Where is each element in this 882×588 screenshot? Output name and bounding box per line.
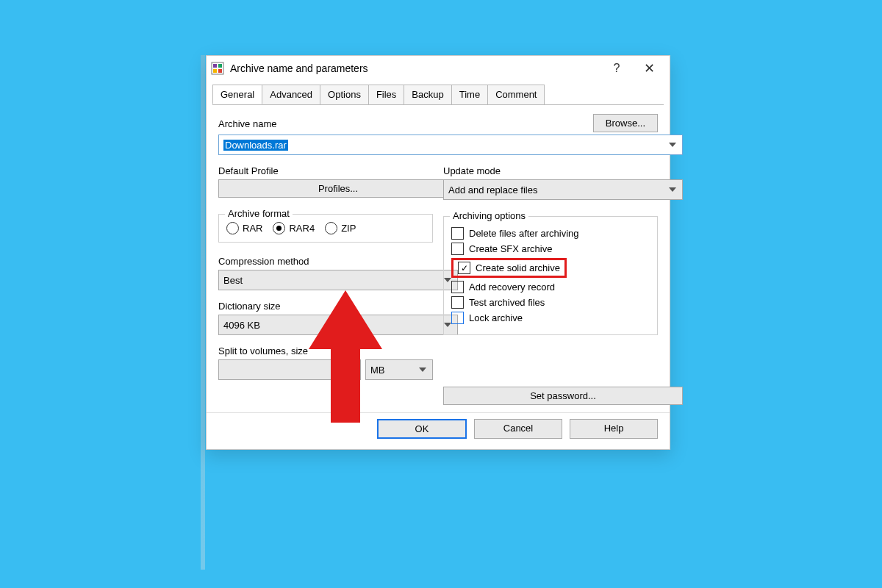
tab-general[interactable]: General: [212, 85, 262, 104]
svg-rect-4: [218, 69, 222, 73]
svg-rect-1: [213, 64, 217, 68]
dialog-window: Archive name and parameters ? ✕ General …: [206, 55, 670, 450]
close-button[interactable]: ✕: [633, 58, 665, 79]
tab-strip: General Advanced Options Files Backup Ti…: [207, 81, 670, 104]
radio-rar4-label: RAR4: [289, 223, 315, 234]
check-test-archived[interactable]: Test archived files: [451, 296, 650, 309]
default-profile-label: Default Profile: [218, 165, 433, 176]
split-volumes-label: Split to volumes, size: [218, 345, 433, 356]
radio-rar[interactable]: RAR: [226, 222, 262, 234]
archive-format-group: Archive format RAR RAR4 ZIP: [218, 214, 433, 243]
browse-button[interactable]: Browse...: [593, 114, 658, 132]
dialog-buttons: OK Cancel Help: [207, 412, 670, 449]
archive-name-value: Downloads.rar: [223, 140, 288, 151]
help-footer-button[interactable]: Help: [570, 419, 658, 439]
check-create-solid-label: Create solid archive: [476, 262, 560, 273]
split-unit-value: MB: [370, 365, 385, 376]
tab-backup[interactable]: Backup: [404, 85, 451, 104]
radio-rar4[interactable]: RAR4: [273, 222, 315, 234]
check-test-archived-label: Test archived files: [469, 297, 545, 308]
archive-format-legend: Archive format: [225, 208, 293, 219]
left-column: Default Profile Profiles... Archive form…: [218, 165, 433, 405]
split-size-input[interactable]: [218, 359, 361, 380]
compression-method-label: Compression method: [218, 256, 433, 267]
cancel-button[interactable]: Cancel: [474, 419, 562, 439]
right-column: Update mode Add and replace files Archiv…: [443, 165, 658, 405]
app-icon: [211, 62, 224, 75]
dictionary-size-value: 4096 KB: [223, 320, 260, 331]
update-mode-label: Update mode: [443, 165, 658, 176]
archive-name-label: Archive name: [218, 118, 276, 129]
check-recovery-record[interactable]: Add recovery record: [451, 281, 650, 293]
dictionary-size-label: Dictionary size: [218, 301, 433, 312]
radio-zip[interactable]: ZIP: [325, 222, 356, 234]
check-delete-after-label: Delete files after archiving: [469, 228, 579, 239]
tab-options[interactable]: Options: [320, 85, 369, 104]
tab-files[interactable]: Files: [368, 85, 404, 104]
radio-zip-label: ZIP: [341, 223, 356, 234]
check-lock-archive-label: Lock archive: [469, 312, 523, 323]
titlebar: Archive name and parameters ? ✕: [207, 56, 670, 81]
compression-method-value: Best: [223, 275, 243, 286]
radio-rar-label: RAR: [243, 223, 262, 234]
profiles-button[interactable]: Profiles...: [218, 179, 458, 198]
split-unit-select[interactable]: MB: [365, 359, 433, 380]
check-create-sfx-label: Create SFX archive: [469, 243, 552, 254]
archiving-options-group: Archiving options Delete files after arc…: [443, 216, 658, 335]
check-recovery-record-label: Add recovery record: [469, 282, 555, 293]
update-mode-select[interactable]: Add and replace files: [443, 179, 683, 200]
archiving-options-legend: Archiving options: [450, 210, 528, 221]
help-button[interactable]: ?: [600, 58, 633, 79]
set-password-button[interactable]: Set password...: [443, 387, 683, 405]
svg-rect-3: [213, 69, 217, 73]
check-lock-archive[interactable]: Lock archive: [451, 312, 650, 324]
check-delete-after[interactable]: Delete files after archiving: [451, 227, 650, 240]
check-create-solid[interactable]: ✓: [458, 262, 470, 274]
dictionary-size-select[interactable]: 4096 KB: [218, 315, 458, 335]
update-mode-value: Add and replace files: [448, 184, 537, 196]
check-create-sfx[interactable]: Create SFX archive: [451, 243, 650, 255]
screenshot-stage: Archive name and parameters ? ✕ General …: [0, 0, 882, 588]
tab-time[interactable]: Time: [451, 85, 488, 104]
ok-button[interactable]: OK: [377, 419, 467, 439]
tab-comment[interactable]: Comment: [487, 85, 545, 104]
highlight-solid-archive: ✓ Create solid archive: [451, 258, 567, 278]
dialog-body: Archive name Browse... Downloads.rar Def…: [207, 105, 670, 412]
compression-method-select[interactable]: Best: [218, 270, 458, 290]
dialog-title: Archive name and parameters: [230, 62, 600, 74]
archive-name-input[interactable]: Downloads.rar: [218, 135, 683, 155]
tab-advanced[interactable]: Advanced: [262, 85, 320, 104]
svg-rect-2: [218, 64, 222, 68]
